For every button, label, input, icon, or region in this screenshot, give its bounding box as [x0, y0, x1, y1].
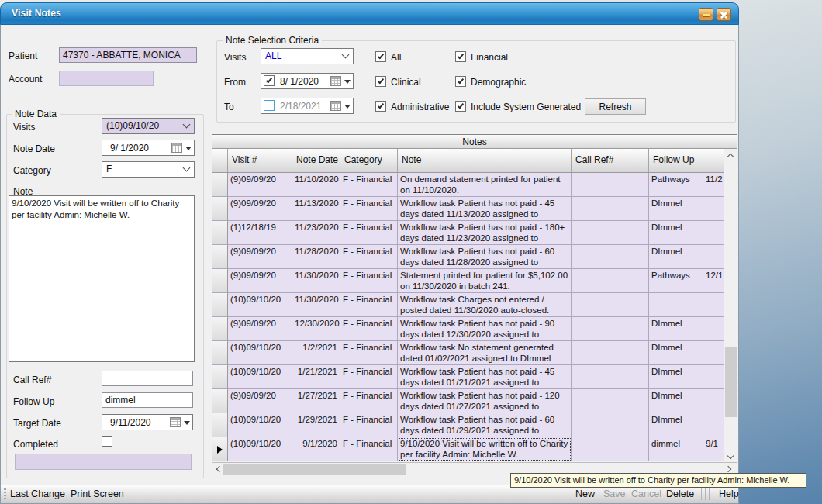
window-body: Patient 47370 - ABBATTE, MONICA Account … — [1, 25, 738, 485]
table-row[interactable]: (10)09/10/20 1/2/2021 F - Financial Work… — [212, 341, 724, 365]
cell-note-date: 11/30/2020 — [292, 293, 340, 317]
table-row[interactable]: (10)09/10/20 11/30/2020 F - Financial Wo… — [212, 293, 724, 317]
note-date-picker[interactable]: 9/ 1/2020 — [102, 140, 195, 156]
table-row[interactable]: (10)09/10/20 1/29/2021 F - Financial Wor… — [212, 413, 724, 437]
completed-checkbox[interactable] — [102, 436, 112, 447]
dropdown-arrow-icon — [184, 421, 190, 425]
cell-visit: (9)09/09/20 — [228, 197, 292, 221]
table-row[interactable]: (9)09/09/20 11/28/2020 F - Financial Wor… — [212, 245, 724, 269]
row-selector-cell[interactable] — [212, 293, 228, 317]
close-button[interactable] — [717, 8, 731, 21]
target-date-picker[interactable]: 9/11/2020 — [102, 414, 193, 430]
row-selector-cell[interactable] — [212, 221, 228, 245]
col-header-note-date[interactable]: Note Date — [292, 149, 340, 172]
category-dropdown[interactable]: F — [102, 161, 195, 178]
cell-note[interactable]: Workflow task Patient has not paid - 45 … — [398, 197, 572, 221]
row-selector-cell[interactable] — [212, 413, 228, 437]
cell-note[interactable]: Workflow task Charges not entered / post… — [398, 293, 572, 317]
col-header-call-ref[interactable]: Call Ref# — [572, 149, 649, 172]
filter-clinical-checkbox[interactable] — [375, 76, 386, 87]
col-header-visit[interactable]: Visit # — [228, 149, 292, 172]
cell-note-date: 11/10/2020 — [292, 173, 340, 197]
criteria-visits-dropdown[interactable]: ALL — [261, 48, 354, 64]
cell-note[interactable]: On demand statement printed for patient … — [398, 173, 572, 197]
call-ref-input[interactable] — [102, 371, 193, 386]
row-selector-cell[interactable] — [212, 317, 228, 341]
filter-financial-label: Financial — [471, 52, 508, 63]
filter-clinical-label: Clinical — [391, 77, 421, 88]
help-button[interactable]: Help — [719, 488, 739, 499]
visits-dropdown[interactable]: (10)09/10/20 — [102, 118, 195, 134]
cell-follow-up: DImmel — [649, 413, 703, 437]
print-screen-button[interactable]: Print Screen — [71, 488, 124, 499]
notes-table: Notes Visit # Note Date Category Note Ca… — [212, 134, 737, 475]
table-row[interactable]: (9)09/09/20 11/13/2020 F - Financial Wor… — [212, 197, 724, 221]
vertical-scrollbar-thumb[interactable] — [725, 347, 737, 417]
row-selector-cell[interactable] — [212, 437, 228, 461]
last-change-button[interactable]: Last Change — [10, 488, 65, 499]
row-selector-cell[interactable] — [212, 341, 228, 365]
cell-note[interactable]: 9/10/2020 Visit will be written off to C… — [398, 437, 572, 461]
filter-financial-checkbox[interactable] — [455, 51, 466, 62]
cell-note-date: 11/13/2020 — [292, 197, 340, 221]
to-date-picker[interactable]: 2/18/2021 — [261, 98, 354, 114]
cell-note[interactable]: Workflow task Patient has not paid - 180… — [398, 221, 572, 245]
table-caption: Notes — [212, 135, 737, 149]
cell-note[interactable]: Workflow task Patient has not paid - 120… — [398, 389, 572, 413]
filter-administrative-checkbox[interactable] — [375, 101, 386, 112]
table-row[interactable]: (9)09/09/20 11/30/2020 F - Financial Sta… — [212, 269, 724, 293]
row-selector-cell[interactable] — [212, 173, 228, 197]
separator — [709, 488, 710, 500]
account-label: Account — [9, 74, 42, 85]
cell-call-ref — [572, 365, 649, 389]
row-selector-cell[interactable] — [212, 389, 228, 413]
filter-demographic-checkbox[interactable] — [455, 76, 466, 87]
completed-label: Completed — [13, 439, 58, 450]
to-checkbox[interactable] — [264, 100, 275, 111]
note-textarea[interactable]: 9/10/2020 Visit will be written off to C… — [9, 195, 195, 362]
row-selector-cell[interactable] — [212, 197, 228, 221]
table-row[interactable]: (1)12/18/19 11/23/2020 F - Financial Wor… — [212, 221, 724, 245]
row-selector-cell[interactable] — [212, 269, 228, 293]
table-row[interactable]: (9)09/09/20 12/30/2020 F - Financial Wor… — [212, 317, 724, 341]
col-header-note[interactable]: Note — [398, 149, 572, 172]
from-checkbox[interactable] — [264, 75, 275, 86]
filter-include-system-generated-checkbox[interactable] — [455, 101, 466, 112]
col-header-follow-up[interactable]: Follow Up — [649, 149, 703, 172]
cell-category: F - Financial — [340, 413, 398, 437]
cell-category: F - Financial — [340, 389, 398, 413]
table-row[interactable]: (10)09/10/20 9/1/2020 F - Financial 9/10… — [212, 437, 724, 461]
cell-note[interactable]: Workflow task Patient has not paid - 60 … — [398, 245, 572, 269]
cell-extra: 11/2 — [703, 173, 724, 197]
cell-follow-up — [649, 293, 703, 317]
cell-note[interactable]: Workflow task Patient has not paid - 60 … — [398, 413, 572, 437]
filter-all-checkbox[interactable] — [375, 51, 386, 62]
cell-follow-up: DImmel — [649, 341, 703, 365]
cell-follow-up: DImmel — [649, 221, 703, 245]
table-row[interactable]: (10)09/10/20 1/21/2021 F - Financial Wor… — [212, 365, 724, 389]
cell-note[interactable]: Workflow task Patient has not paid - 90 … — [398, 317, 572, 341]
follow-up-input[interactable]: dimmel — [102, 392, 193, 408]
from-date-picker[interactable]: 8/ 1/2020 — [261, 73, 354, 89]
horizontal-scrollbar-thumb[interactable] — [223, 464, 406, 475]
patient-label: Patient — [9, 50, 37, 61]
minimize-button[interactable] — [699, 8, 713, 21]
row-selector-cell[interactable] — [212, 365, 228, 389]
scroll-up-button[interactable] — [724, 149, 737, 162]
cell-call-ref — [572, 173, 649, 197]
table-header: Visit # Note Date Category Note Call Ref… — [212, 149, 724, 173]
row-selector-cell[interactable] — [212, 245, 228, 269]
vertical-scrollbar[interactable] — [724, 149, 737, 464]
cell-visit: (9)09/09/20 — [228, 389, 292, 413]
cell-visit: (10)09/10/20 — [228, 413, 292, 437]
col-header-category[interactable]: Category — [340, 149, 398, 172]
cell-note[interactable]: Workflow task No statement generated dat… — [398, 341, 572, 365]
cell-note[interactable]: Statement printed for patient for $5,102… — [398, 269, 572, 293]
minimize-icon — [703, 14, 710, 16]
cell-note[interactable]: Workflow task Patient has not paid - 45 … — [398, 365, 572, 389]
table-row[interactable]: (9)09/09/20 1/27/2021 F - Financial Work… — [212, 389, 724, 413]
delete-button[interactable]: Delete — [666, 488, 694, 499]
table-row[interactable]: (9)09/09/20 11/10/2020 F - Financial On … — [212, 173, 724, 197]
new-button[interactable]: New — [575, 488, 595, 499]
refresh-button[interactable]: Refresh — [585, 98, 646, 115]
